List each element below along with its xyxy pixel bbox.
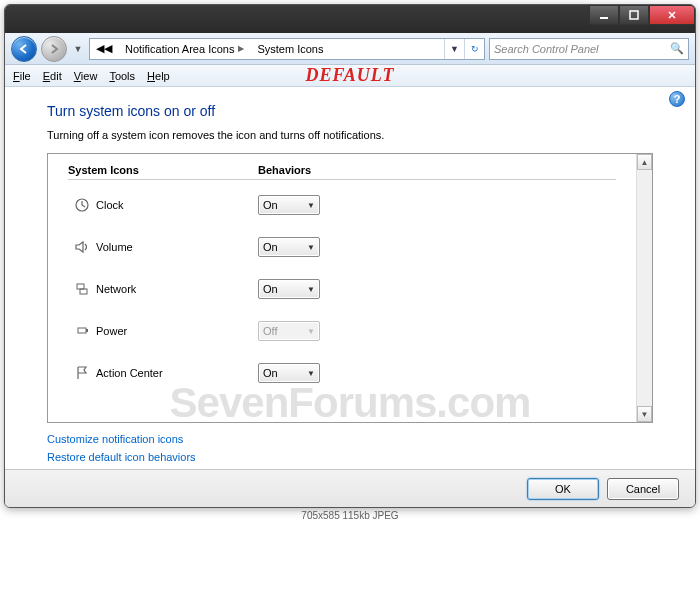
behavior-dropdown: Off▼ — [258, 321, 320, 341]
icons-panel: System Icons Behaviors ClockOn▼VolumeOn▼… — [47, 153, 653, 423]
back-button[interactable] — [11, 36, 37, 62]
chevron-down-icon: ▼ — [307, 327, 315, 336]
cancel-button[interactable]: Cancel — [607, 478, 679, 500]
icon-name: Power — [96, 325, 258, 337]
icon-row: PowerOff▼ — [68, 310, 616, 352]
scroll-up-button[interactable]: ▲ — [637, 154, 652, 170]
breadcrumb-label: System Icons — [257, 43, 323, 55]
icon-row: ClockOn▼ — [68, 184, 616, 226]
titlebar[interactable] — [5, 5, 695, 33]
icon-name: Volume — [96, 241, 258, 253]
close-button[interactable] — [649, 5, 695, 25]
svg-rect-5 — [78, 328, 86, 333]
refresh-button[interactable]: ↻ — [464, 39, 484, 59]
scrollbar[interactable]: ▲ ▼ — [636, 154, 652, 422]
search-input[interactable]: Search Control Panel 🔍 — [489, 38, 689, 60]
scroll-track[interactable] — [637, 170, 652, 406]
menu-file[interactable]: File — [13, 70, 31, 82]
breadcrumb-seg1[interactable]: Notification Area Icons▶ — [119, 39, 251, 59]
scroll-down-button[interactable]: ▼ — [637, 406, 652, 422]
explorer-window: ▼ ◀◀ Notification Area Icons▶ System Ico… — [4, 4, 696, 508]
svg-rect-1 — [630, 11, 638, 19]
behavior-dropdown[interactable]: On▼ — [258, 363, 320, 383]
page-title: Turn system icons on or off — [47, 103, 673, 119]
default-overlay: DEFAULT — [305, 65, 394, 86]
behavior-dropdown[interactable]: On▼ — [258, 195, 320, 215]
svg-rect-0 — [600, 17, 608, 19]
behavior-dropdown[interactable]: On▼ — [258, 279, 320, 299]
window-buttons — [589, 5, 695, 25]
icon-name: Action Center — [96, 367, 258, 379]
dropdown-value: On — [263, 241, 278, 253]
chevron-down-icon: ▼ — [307, 285, 315, 294]
content-area: ? Turn system icons on or off Turning of… — [5, 87, 695, 469]
clock-icon — [68, 197, 96, 213]
dropdown-value: Off — [263, 325, 277, 337]
menu-view[interactable]: View — [74, 70, 98, 82]
forward-button[interactable] — [41, 36, 67, 62]
control-panel-icon: ◀◀ — [96, 42, 112, 55]
customize-link[interactable]: Customize notification icons — [47, 433, 673, 445]
column-headers: System Icons Behaviors — [68, 164, 616, 180]
col-system-icons: System Icons — [68, 164, 258, 180]
breadcrumb-label: Notification Area Icons — [125, 43, 234, 55]
menu-help[interactable]: Help — [147, 70, 170, 82]
history-dropdown[interactable]: ▼ — [71, 44, 85, 54]
volume-icon — [68, 239, 96, 255]
icon-row: Action CenterOn▼ — [68, 352, 616, 394]
svg-rect-4 — [80, 289, 87, 294]
address-dropdown[interactable]: ▼ — [444, 39, 464, 59]
icon-name: Network — [96, 283, 258, 295]
help-icon[interactable]: ? — [669, 91, 685, 107]
image-metadata: 705x585 115kb JPEG — [4, 510, 696, 521]
breadcrumb-root[interactable]: ◀◀ — [90, 39, 119, 59]
icon-row: VolumeOn▼ — [68, 226, 616, 268]
chevron-down-icon: ▼ — [307, 201, 315, 210]
maximize-button[interactable] — [619, 5, 649, 25]
chevron-down-icon: ▼ — [307, 243, 315, 252]
chevron-right-icon: ▶ — [238, 44, 244, 53]
col-behaviors: Behaviors — [258, 164, 616, 180]
breadcrumb-seg2[interactable]: System Icons — [251, 39, 330, 59]
menu-bar: File Edit View Tools Help DEFAULT — [5, 65, 695, 87]
svg-rect-3 — [77, 284, 84, 289]
dropdown-value: On — [263, 199, 278, 211]
behavior-dropdown[interactable]: On▼ — [258, 237, 320, 257]
nav-row: ▼ ◀◀ Notification Area Icons▶ System Ico… — [5, 33, 695, 65]
minimize-button[interactable] — [589, 5, 619, 25]
restore-link[interactable]: Restore default icon behaviors — [47, 451, 673, 463]
power-icon — [68, 323, 96, 339]
search-placeholder: Search Control Panel — [494, 43, 599, 55]
svg-rect-6 — [86, 329, 88, 332]
chevron-down-icon: ▼ — [307, 369, 315, 378]
ok-button[interactable]: OK — [527, 478, 599, 500]
menu-tools[interactable]: Tools — [109, 70, 135, 82]
search-icon: 🔍 — [670, 42, 684, 55]
flag-icon — [68, 365, 96, 381]
icon-name: Clock — [96, 199, 258, 211]
panel-body: System Icons Behaviors ClockOn▼VolumeOn▼… — [48, 154, 636, 422]
page-subtext: Turning off a system icon removes the ic… — [47, 129, 673, 141]
dropdown-value: On — [263, 283, 278, 295]
address-bar[interactable]: ◀◀ Notification Area Icons▶ System Icons… — [89, 38, 485, 60]
dropdown-value: On — [263, 367, 278, 379]
button-bar: OK Cancel — [5, 469, 695, 507]
menu-edit[interactable]: Edit — [43, 70, 62, 82]
icon-row: NetworkOn▼ — [68, 268, 616, 310]
network-icon — [68, 281, 96, 297]
